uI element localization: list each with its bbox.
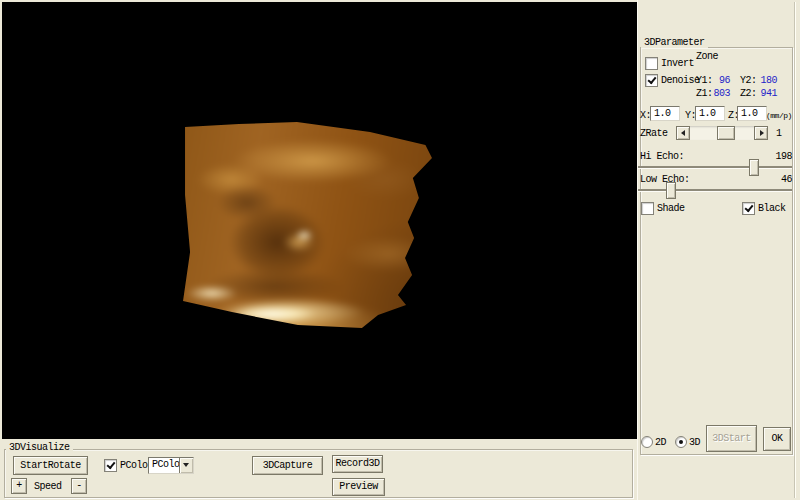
mode-3d-label: 3D <box>689 438 700 448</box>
3dparameter-title: 3DParameter <box>641 38 708 48</box>
shade-label: Shade <box>657 204 685 214</box>
ultrasound-volume-render <box>181 120 433 332</box>
zone-z1-value: 803 <box>706 89 730 99</box>
denoise-label: Denoise <box>661 76 700 86</box>
zrate-scrollbar-thumb[interactable] <box>717 126 735 140</box>
zone-y2-value: 180 <box>753 76 777 86</box>
black-checkbox[interactable] <box>742 202 755 215</box>
pcolor-checkbox[interactable] <box>104 459 117 472</box>
y-scale-input[interactable] <box>695 106 725 121</box>
ultrasound-texture <box>171 110 443 342</box>
invert-label: Invert <box>661 59 694 69</box>
3dvisualize-title: 3DVisualize <box>6 443 73 453</box>
mode-2d-radio[interactable] <box>641 436 653 448</box>
ok-button[interactable]: OK <box>763 427 791 451</box>
shade-checkbox[interactable] <box>641 202 654 215</box>
record3d-button[interactable]: Record3D <box>332 455 383 473</box>
3d-viewport[interactable] <box>2 2 637 439</box>
scale-unit-label: (mm/p) <box>766 111 792 121</box>
zone-y1-value: 96 <box>706 76 730 86</box>
low-echo-value: 46 <box>768 175 792 185</box>
speed-label: Speed <box>34 482 62 492</box>
app-window: 3DParameter Invert Denoise Zone X1: 104 … <box>0 0 800 500</box>
zrate-left-arrow-icon[interactable] <box>676 126 690 140</box>
hi-echo-slider-thumb[interactable] <box>749 159 759 176</box>
dropdown-arrow-icon[interactable] <box>179 458 193 473</box>
3dcapture-button[interactable]: 3DCapture <box>252 456 323 475</box>
denoise-checkbox[interactable] <box>645 74 658 87</box>
zrate-value: 1 <box>776 129 782 139</box>
zone-title: Zone <box>696 52 718 62</box>
speed-minus-button[interactable]: - <box>71 478 87 494</box>
zrate-scrollbar[interactable] <box>676 126 768 140</box>
mode-2d-label: 2D <box>655 438 666 448</box>
invert-checkbox[interactable] <box>645 57 658 70</box>
pcolor-dropdown[interactable]: PColor <box>148 457 194 474</box>
x-scale-input[interactable] <box>650 106 680 121</box>
zrate-right-arrow-icon[interactable] <box>754 126 768 140</box>
z-scale-input[interactable] <box>737 106 767 121</box>
3dstart-button[interactable]: 3DStart <box>706 425 757 452</box>
hi-echo-slider[interactable] <box>638 166 792 169</box>
hi-echo-value: 198 <box>768 152 792 162</box>
speed-plus-button[interactable]: + <box>11 478 27 494</box>
black-label: Black <box>758 204 786 214</box>
low-echo-slider[interactable] <box>638 189 792 192</box>
zrate-label: ZRate <box>640 129 668 139</box>
hi-echo-label: Hi Echo: <box>640 152 684 162</box>
zone-z2-value: 941 <box>753 89 777 99</box>
preview-button[interactable]: Preview <box>332 478 385 496</box>
start-rotate-button[interactable]: StartRotate <box>13 456 88 475</box>
mode-3d-radio[interactable] <box>675 436 687 448</box>
low-echo-slider-thumb[interactable] <box>666 182 676 199</box>
zone-row: X1: 104 X2: 189 <box>696 63 792 73</box>
low-echo-label: Low Echo: <box>640 175 690 185</box>
